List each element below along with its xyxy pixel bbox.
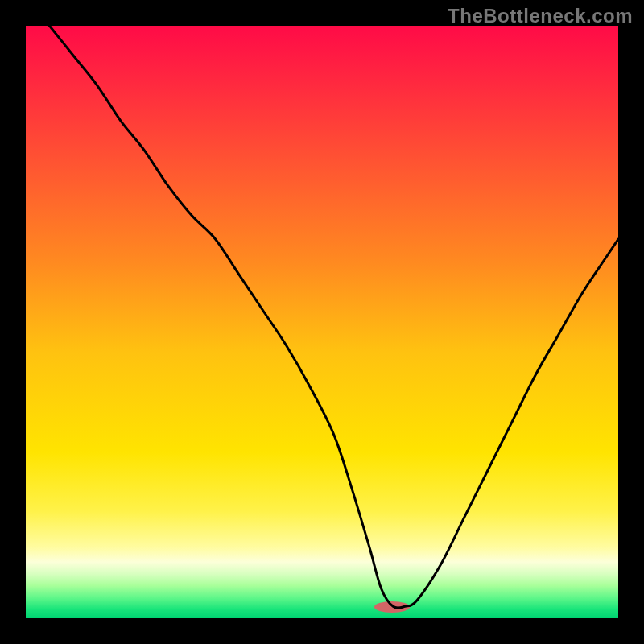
plot-area xyxy=(26,26,618,618)
watermark-label: TheBottleneck.com xyxy=(448,5,633,27)
bottleneck-chart xyxy=(26,26,618,618)
chart-frame: TheBottleneck.com xyxy=(0,0,644,644)
gradient-background xyxy=(26,26,618,618)
